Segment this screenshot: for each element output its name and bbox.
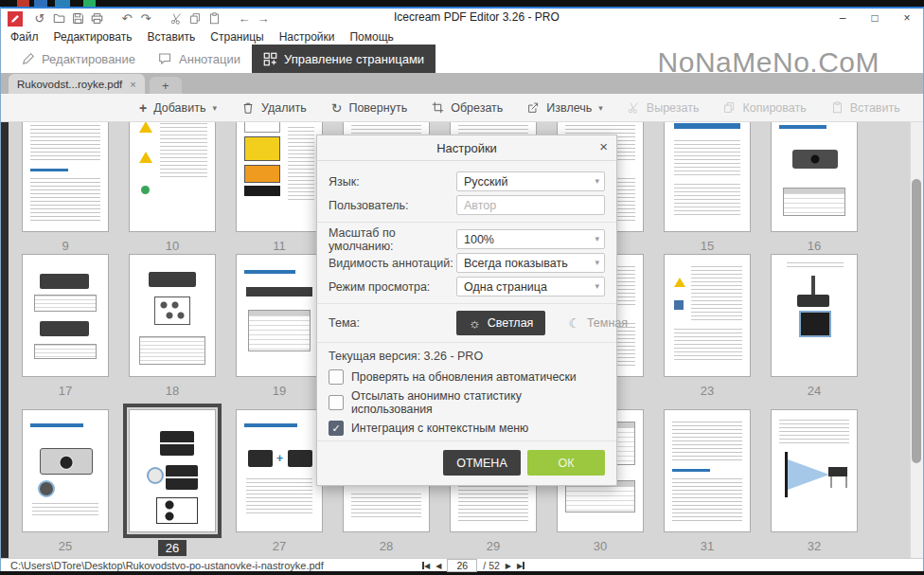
tab-close-icon[interactable]: ×	[130, 79, 135, 90]
version-text: Текущая версия: 3.26 - PRO	[329, 350, 605, 363]
page-preview[interactable]	[129, 409, 216, 532]
page-preview[interactable]	[664, 254, 751, 377]
pages-toolbar: + Добавить ▾ Удалить ↻ Повернуть Обрезат…	[1, 94, 923, 122]
page-preview[interactable]	[236, 122, 323, 232]
theme-light-button[interactable]: ☼ Светлая	[456, 311, 545, 335]
menu-settings[interactable]: Настройки	[279, 30, 335, 44]
page-preview[interactable]	[22, 409, 109, 532]
close-button[interactable]: ×	[891, 9, 923, 27]
auto-update-checkbox-row[interactable]: Проверять на обновления автоматически	[329, 369, 605, 385]
maximize-button[interactable]: □	[859, 9, 891, 27]
menu-help[interactable]: Помощь	[349, 30, 393, 44]
menu-pages[interactable]: Страницы	[210, 30, 263, 44]
page-thumbnail-15[interactable]: 15	[664, 122, 751, 254]
undo-icon[interactable]: ↶	[117, 11, 136, 27]
menu-edit[interactable]: Редактировать	[54, 30, 133, 44]
copy-page-button: Копировать	[723, 101, 806, 115]
page-thumbnail-19[interactable]: 19	[236, 254, 323, 399]
rotate-page-label: Повернуть	[348, 101, 407, 115]
forward-icon[interactable]: →	[254, 11, 273, 27]
page-preview[interactable]	[236, 254, 323, 377]
crop-page-button[interactable]: Обрезать	[432, 101, 503, 115]
page-thumbnail-27[interactable]: 27	[236, 409, 323, 554]
first-page-button[interactable]: ◀	[422, 562, 430, 570]
document-tab-label: Rukovodst...royke.pdf	[17, 79, 122, 90]
copy-page-label: Копировать	[742, 101, 806, 115]
context-menu-checkbox-row[interactable]: ✓ Интеграция с контекстным меню	[329, 421, 605, 436]
new-tab-button[interactable]: +	[150, 77, 182, 94]
page-thumbnail-16[interactable]: 16	[771, 122, 858, 254]
page-preview[interactable]	[236, 409, 323, 532]
user-input[interactable]: Автор	[456, 195, 605, 215]
pencil-icon	[22, 52, 35, 65]
last-page-button[interactable]: ▶	[517, 562, 524, 570]
page-preview[interactable]	[771, 122, 858, 232]
back-icon[interactable]: ←	[235, 11, 254, 27]
mode-page-management[interactable]: Управление страницами	[252, 45, 435, 73]
copy-icon[interactable]	[186, 11, 204, 27]
page-preview[interactable]	[664, 409, 751, 532]
page-number: 31	[693, 538, 721, 554]
page-preview[interactable]	[664, 122, 751, 232]
current-page-input[interactable]: 26	[447, 559, 477, 572]
menu-insert[interactable]: Вставить	[147, 30, 195, 44]
extract-page-button[interactable]: Извлечь ▾	[527, 101, 602, 115]
page-preview[interactable]	[771, 254, 858, 377]
page-preview[interactable]	[129, 122, 216, 232]
page-preview[interactable]	[22, 254, 109, 377]
watermark-text: NoNaMeNo.CoM	[658, 46, 880, 79]
page-thumbnail-11[interactable]: 11	[236, 122, 323, 254]
checkbox-unchecked[interactable]	[329, 395, 344, 410]
extract-page-label: Извлечь	[546, 101, 592, 115]
language-select[interactable]: Русский ▾	[456, 171, 605, 191]
send-statistics-checkbox-row[interactable]: Отсылать анонимно статистику использован…	[329, 389, 605, 416]
taskbar-item	[34, 0, 47, 7]
page-thumbnail-32[interactable]: 32	[771, 409, 858, 554]
mode-annotations[interactable]: Аннотации	[147, 45, 252, 73]
print-icon[interactable]	[87, 11, 106, 27]
page-thumbnail-31[interactable]: 31	[664, 409, 751, 554]
open-folder-icon[interactable]	[49, 11, 68, 27]
prev-page-button[interactable]: ◀	[435, 562, 441, 570]
rotate-icon: ↻	[331, 101, 343, 115]
default-zoom-select[interactable]: 100% ▾	[456, 229, 605, 249]
page-preview[interactable]	[771, 409, 858, 532]
page-thumbnail-17[interactable]: 17	[22, 254, 109, 399]
cancel-button[interactable]: ОТМЕНА	[443, 450, 521, 476]
refresh-icon[interactable]: ↺	[30, 11, 49, 27]
page-thumbnail-25[interactable]: 25	[22, 409, 109, 554]
view-mode-select[interactable]: Одна страница ▾	[456, 277, 605, 296]
page-thumbnail-10[interactable]: 10	[129, 122, 216, 254]
page-thumbnail-18[interactable]: 18	[129, 254, 216, 399]
page-thumbnail-23[interactable]: 23	[664, 254, 751, 399]
mode-editing[interactable]: Редактирование	[10, 45, 147, 73]
page-number: 19	[265, 383, 293, 399]
page-preview[interactable]	[129, 254, 216, 377]
scrollbar-thumb[interactable]	[912, 179, 921, 463]
page-thumbnail-9[interactable]: 9	[22, 122, 109, 254]
sun-icon: ☼	[469, 315, 481, 331]
ok-button[interactable]: ОК	[527, 450, 605, 476]
annotation-visibility-select[interactable]: Всегда показывать ▾	[456, 253, 605, 273]
rotate-page-button[interactable]: ↻ Повернуть	[331, 101, 407, 115]
checkbox-checked[interactable]: ✓	[329, 421, 344, 436]
vertical-scrollbar[interactable]	[910, 122, 923, 558]
paste-icon[interactable]	[204, 11, 223, 27]
delete-page-button[interactable]: Удалить	[241, 101, 307, 115]
add-page-button[interactable]: + Добавить ▾	[139, 101, 217, 115]
checkbox-unchecked[interactable]	[329, 369, 344, 385]
redo-icon[interactable]: ↷	[136, 11, 155, 27]
minimize-button[interactable]: –	[826, 9, 859, 27]
cut-icon[interactable]	[167, 11, 186, 27]
save-icon[interactable]	[68, 11, 87, 27]
dialog-close-icon[interactable]: ×	[599, 138, 608, 154]
paste-page-label: Вставить	[850, 101, 900, 115]
page-preview[interactable]	[22, 122, 109, 232]
page-thumbnail-26[interactable]: 26	[129, 409, 216, 556]
next-page-button[interactable]: ▶	[506, 562, 511, 570]
document-tab[interactable]: Rukovodst...royke.pdf ×	[9, 74, 145, 94]
chevron-down-icon: ▾	[598, 103, 603, 113]
theme-dark-button[interactable]: ☾ Темная	[557, 311, 639, 335]
menu-file[interactable]: Файл	[10, 30, 39, 44]
page-thumbnail-24[interactable]: 24	[771, 254, 858, 399]
